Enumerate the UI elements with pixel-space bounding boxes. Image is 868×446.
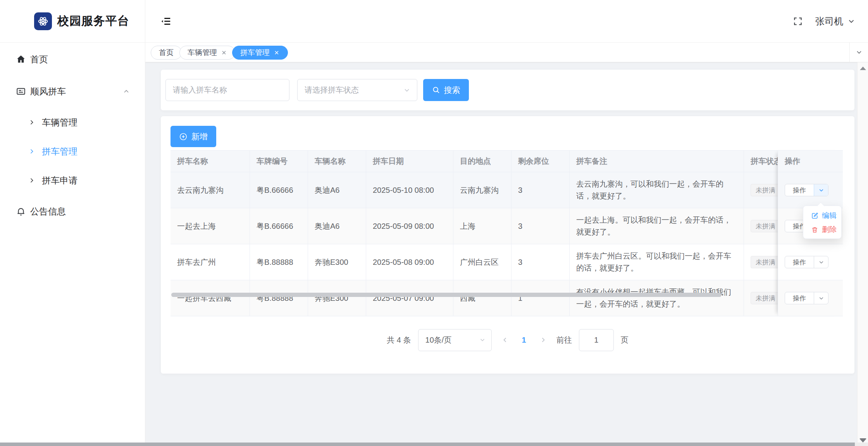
cell-note: 一起去上海。可以和我们一起，会开车的话，就更好了。	[570, 208, 744, 244]
action-dropdown-button[interactable]: 操作	[785, 184, 828, 196]
cell-plate: 粤B.88888	[250, 244, 308, 280]
chevron-down-icon[interactable]	[814, 292, 828, 304]
cell-note: 去云南九寨沟，可以和我们一起，会开车的话，就更好了。	[570, 172, 744, 208]
chevron-down-icon	[403, 86, 411, 94]
cell-plate: 粤B.66666	[250, 172, 308, 208]
table-row[interactable]: 一起去上海 粤B.66666 奥迪A6 2025-05-09 08:00 上海 …	[170, 208, 843, 244]
row-action-menu: 编辑 删除	[803, 206, 842, 239]
page-vertical-scrollbar[interactable]	[857, 62, 868, 443]
search-input[interactable]	[165, 79, 289, 101]
action-cell: 操作	[778, 280, 843, 316]
table-row[interactable]: 拼车去广州 粤B.88888 奔驰E300 2025-05-08 09:00 广…	[170, 244, 843, 280]
cell-seats: 3	[512, 172, 570, 208]
goto-page-input[interactable]: 1	[579, 329, 614, 351]
logo-icon	[34, 12, 52, 30]
tab-label: 车辆管理	[188, 48, 217, 58]
top-header: 张司机	[145, 0, 868, 43]
goto-label: 前往	[556, 335, 572, 345]
sidebar-item-carpool-mgmt[interactable]: 拼车管理	[0, 140, 145, 163]
tab-carpool-mgmt[interactable]: 拼车管理	[232, 46, 288, 60]
page-unit-label: 页	[621, 335, 629, 345]
sidebar-item-carpool-group[interactable]: 顺风拼车	[0, 80, 145, 103]
close-icon[interactable]	[274, 50, 280, 56]
search-button-label: 搜索	[444, 85, 460, 96]
status-badge: 未拼满	[751, 184, 780, 196]
cell-dest: 云南九寨沟	[453, 172, 512, 208]
user-name: 张司机	[815, 15, 843, 27]
cell-vehicle: 奔驰E300	[308, 280, 366, 316]
prev-page-icon[interactable]	[499, 336, 511, 344]
chevron-right-icon	[28, 177, 36, 184]
cell-vehicle: 奥迪A6	[308, 172, 366, 208]
sidebar-item-carpool-apply[interactable]: 拼车申请	[0, 169, 145, 192]
col-header: 拼车备注	[570, 151, 744, 172]
tags-view-bar: 首页 车辆管理 拼车管理	[145, 43, 868, 62]
cell-vehicle: 奔驰E300	[308, 244, 366, 280]
table-horizontal-scrollbar[interactable]	[170, 292, 843, 297]
tab-vehicle-mgmt[interactable]: 车辆管理	[179, 46, 235, 60]
sidebar-item-notice[interactable]: 公告信息	[0, 200, 145, 223]
delete-label: 删除	[822, 225, 837, 235]
cell-date: 2025-05-08 09:00	[366, 244, 453, 280]
page-horizontal-scrollbar[interactable]	[0, 443, 868, 446]
cell-date: 2025-05-10 08:00	[366, 172, 453, 208]
select-placeholder: 请选择拼车状态	[305, 85, 359, 95]
fullscreen-icon[interactable]	[793, 16, 803, 26]
sidebar: 校园服务平台 首页 顺风拼车 车辆管理	[0, 0, 145, 446]
search-button[interactable]: 搜索	[423, 79, 469, 101]
sidebar-item-home[interactable]: 首页	[0, 48, 145, 70]
scroll-corner-arrow[interactable]	[859, 439, 866, 446]
sidebar-item-label: 拼车管理	[42, 146, 78, 158]
circle-plus-icon	[179, 132, 188, 141]
chevron-up-icon	[122, 87, 130, 95]
goto-page-value: 1	[594, 336, 598, 345]
action-dropdown-button[interactable]: 操作	[785, 256, 828, 268]
edit-icon	[811, 212, 818, 220]
scroll-up-arrow[interactable]	[860, 67, 866, 70]
scrollbar-thumb[interactable]	[171, 293, 722, 297]
status-badge: 未拼满	[751, 256, 780, 268]
sidebar-item-label: 拼车申请	[42, 175, 78, 187]
home-icon	[16, 54, 26, 65]
col-header: 拼车日期	[366, 151, 453, 172]
user-menu[interactable]: 张司机	[815, 0, 856, 43]
cell-name: 一起拼车去西藏	[170, 280, 250, 316]
edit-label: 编辑	[822, 211, 837, 221]
cell-name: 一起去上海	[170, 208, 250, 244]
sidebar-item-label: 车辆管理	[42, 117, 78, 129]
table-header-row: 拼车名称 车牌编号 车辆名称 拼车日期 目的地点 剩余席位 拼车备注 拼车状态	[170, 150, 843, 172]
close-icon[interactable]	[221, 50, 227, 56]
col-header-action: 操作	[778, 150, 843, 172]
chevron-right-icon	[28, 148, 36, 155]
cell-name: 去云南九寨沟	[170, 172, 250, 208]
tabs-overflow-button[interactable]	[849, 43, 868, 62]
menu-item-edit[interactable]: 编辑	[803, 209, 841, 223]
logo: 校园服务平台	[0, 0, 145, 43]
carpool-table: 拼车名称 车牌编号 车辆名称 拼车日期 目的地点 剩余席位 拼车备注 拼车状态 …	[170, 150, 843, 316]
tab-label: 首页	[159, 48, 174, 58]
page-number[interactable]: 1	[518, 336, 530, 345]
add-button[interactable]: 新增	[170, 126, 216, 147]
tab-home[interactable]: 首页	[151, 46, 182, 60]
search-panel: 请选择拼车状态 搜索	[161, 70, 854, 110]
cell-seats: 3	[512, 244, 570, 280]
chevron-down-icon[interactable]	[814, 184, 828, 196]
add-button-label: 新增	[191, 131, 208, 142]
page-size-select[interactable]: 10条/页	[418, 329, 492, 351]
search-icon	[432, 86, 440, 94]
sidebar-fold-icon[interactable]	[159, 15, 172, 27]
table-row[interactable]: 一起拼车去西藏 粤B.88888 奔驰E300 2025-05-07 09:00…	[170, 280, 843, 316]
next-page-icon[interactable]	[537, 336, 549, 344]
cell-note: 拼车去广州白云区。可以和我们一起，会开车的话，就更好了。	[570, 244, 744, 280]
chevron-down-icon[interactable]	[814, 256, 828, 268]
sidebar-item-vehicle-mgmt[interactable]: 车辆管理	[0, 111, 145, 134]
tab-label: 拼车管理	[240, 48, 270, 58]
status-select[interactable]: 请选择拼车状态	[297, 79, 417, 101]
menu-item-delete[interactable]: 删除	[803, 223, 841, 237]
app-root: 校园服务平台 首页 顺风拼车 车辆管理	[0, 0, 868, 446]
table-row[interactable]: 去云南九寨沟 粤B.66666 奥迪A6 2025-05-10 08:00 云南…	[170, 172, 843, 208]
action-dropdown-button[interactable]: 操作	[785, 292, 828, 304]
cell-dest: 广州白云区	[453, 244, 512, 280]
sidebar-item-label: 顺风拼车	[30, 86, 66, 98]
scrollbar-thumb[interactable]	[0, 443, 855, 446]
